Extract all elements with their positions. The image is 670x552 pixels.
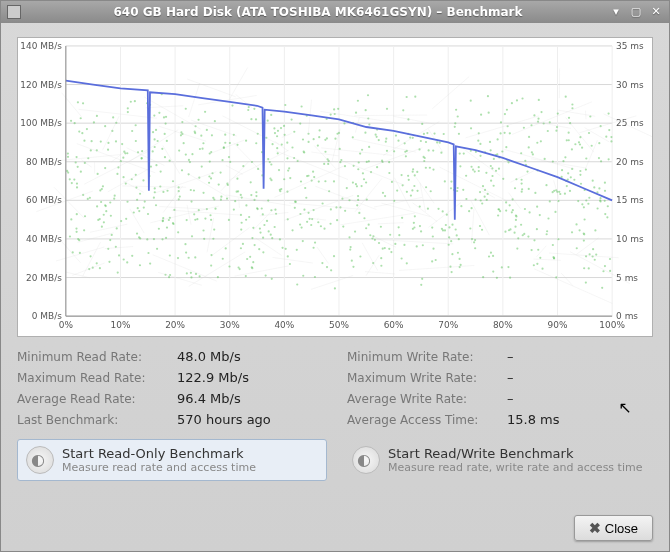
svg-point-336	[162, 220, 164, 222]
svg-point-657	[413, 185, 415, 187]
svg-point-806	[279, 190, 281, 192]
minimize-icon[interactable]: ▾	[609, 5, 623, 19]
svg-point-57	[161, 148, 163, 150]
svg-point-944	[367, 94, 369, 96]
start-readwrite-benchmark-button[interactable]: Start Read/Write Benchmark Measure read …	[343, 439, 653, 481]
stat-value: 15.8 ms	[507, 412, 560, 427]
svg-point-116	[250, 118, 252, 120]
stats-right-col: Minimum Write Rate:–Maximum Write Rate:–…	[347, 349, 653, 433]
svg-line-1069	[504, 149, 574, 168]
svg-point-211	[568, 132, 570, 134]
svg-point-850	[259, 232, 261, 234]
svg-point-157	[406, 96, 408, 98]
stat-row: Minimum Write Rate:–	[347, 349, 653, 364]
svg-point-563	[592, 180, 594, 182]
svg-point-826	[127, 111, 129, 113]
svg-line-998	[471, 201, 489, 235]
svg-point-569	[321, 262, 323, 264]
start-readonly-benchmark-button[interactable]: Start Read-Only Benchmark Measure read r…	[17, 439, 327, 481]
svg-point-411	[267, 199, 269, 201]
svg-point-529	[414, 215, 416, 217]
svg-point-215	[109, 239, 111, 241]
svg-point-482	[127, 107, 129, 109]
svg-point-625	[398, 234, 400, 236]
svg-point-645	[423, 133, 425, 135]
svg-point-137	[118, 254, 120, 256]
svg-point-581	[190, 276, 192, 278]
svg-point-241	[460, 205, 462, 207]
svg-point-794	[274, 226, 276, 228]
svg-point-245	[578, 229, 580, 231]
svg-point-136	[432, 235, 434, 237]
svg-point-943	[381, 160, 383, 162]
svg-point-59	[81, 132, 83, 134]
svg-point-321	[134, 100, 136, 102]
svg-point-315	[343, 122, 345, 124]
svg-point-192	[276, 135, 278, 137]
svg-point-484	[80, 117, 82, 119]
app-icon	[7, 5, 21, 19]
svg-point-702	[190, 272, 192, 274]
svg-point-545	[583, 233, 585, 235]
svg-point-364	[509, 132, 511, 134]
svg-text:15 ms: 15 ms	[616, 195, 644, 205]
svg-point-585	[470, 166, 472, 168]
svg-point-835	[194, 131, 196, 133]
svg-point-162	[482, 185, 484, 187]
svg-point-380	[557, 112, 559, 114]
svg-point-163	[120, 220, 122, 222]
svg-point-56	[131, 130, 133, 132]
svg-point-244	[209, 214, 211, 216]
svg-point-782	[86, 128, 88, 130]
svg-point-400	[435, 259, 437, 261]
svg-point-660	[587, 203, 589, 205]
svg-point-210	[262, 213, 264, 215]
svg-point-286	[419, 225, 421, 227]
svg-point-354	[147, 252, 149, 254]
svg-point-449	[356, 185, 358, 187]
titlebar[interactable]: 640 GB Hard Disk (ATA TOSHIBA MK6461GSYN…	[1, 1, 669, 23]
svg-point-180	[604, 213, 606, 215]
svg-point-905	[479, 155, 481, 157]
svg-point-804	[473, 241, 475, 243]
svg-line-1064	[226, 165, 243, 174]
svg-point-647	[312, 247, 314, 249]
svg-line-1048	[394, 178, 410, 209]
svg-point-149	[533, 114, 535, 116]
svg-line-1034	[534, 269, 612, 304]
svg-point-447	[512, 209, 514, 211]
svg-point-389	[100, 201, 102, 203]
svg-point-242	[378, 242, 380, 244]
svg-point-597	[279, 238, 281, 240]
svg-point-798	[114, 195, 116, 197]
svg-point-174	[427, 208, 429, 210]
svg-point-769	[102, 185, 104, 187]
svg-point-145	[294, 207, 296, 209]
svg-text:30%: 30%	[220, 320, 240, 330]
svg-point-648	[369, 234, 371, 236]
svg-point-390	[529, 211, 531, 213]
svg-point-774	[406, 191, 408, 193]
close-button[interactable]: ✖ Close	[574, 515, 653, 541]
svg-point-122	[504, 132, 506, 134]
svg-point-345	[479, 225, 481, 227]
svg-point-483	[210, 219, 212, 221]
svg-point-55	[479, 191, 481, 193]
stat-label: Average Write Rate:	[347, 392, 507, 406]
svg-point-123	[496, 277, 498, 279]
svg-line-1039	[222, 116, 278, 145]
svg-point-811	[152, 131, 154, 133]
svg-point-796	[166, 140, 168, 142]
svg-text:5 ms: 5 ms	[616, 273, 638, 283]
svg-point-120	[606, 216, 608, 218]
svg-point-304	[450, 240, 452, 242]
svg-line-1010	[512, 102, 592, 135]
svg-point-361	[122, 157, 124, 159]
svg-point-541	[161, 238, 163, 240]
svg-point-281	[186, 272, 188, 274]
svg-point-777	[136, 233, 138, 235]
svg-point-443	[262, 237, 264, 239]
close-window-icon[interactable]: ✕	[649, 5, 663, 19]
svg-point-807	[226, 197, 228, 199]
maximize-icon[interactable]: ▢	[629, 5, 643, 19]
